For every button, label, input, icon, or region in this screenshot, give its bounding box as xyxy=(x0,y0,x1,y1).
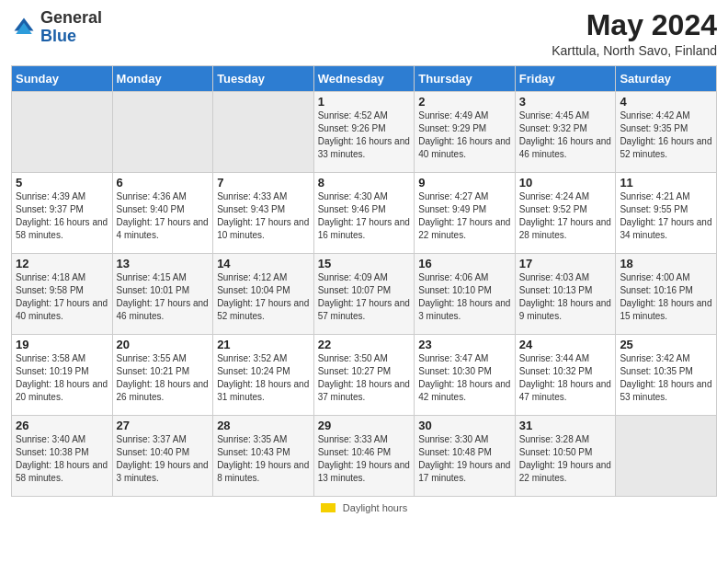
day-number: 15 xyxy=(318,257,411,270)
day-info: Sunrise: 4:36 AM Sunset: 9:40 PM Dayligh… xyxy=(117,190,210,242)
day-info: Sunrise: 3:44 AM Sunset: 10:32 PM Daylig… xyxy=(519,352,612,404)
calendar-cell: 2Sunrise: 4:49 AM Sunset: 9:29 PM Daylig… xyxy=(415,92,516,173)
week-row-0: 1Sunrise: 4:52 AM Sunset: 9:26 PM Daylig… xyxy=(12,92,717,173)
weekday-header-wednesday: Wednesday xyxy=(313,66,415,92)
calendar-cell: 24Sunrise: 3:44 AM Sunset: 10:32 PM Dayl… xyxy=(515,335,616,416)
calendar-cell: 13Sunrise: 4:15 AM Sunset: 10:01 PM Dayl… xyxy=(112,254,213,335)
title-block: May 2024 Karttula, North Savo, Finland xyxy=(552,9,717,58)
day-number: 3 xyxy=(519,95,612,109)
calendar-cell: 3Sunrise: 4:45 AM Sunset: 9:32 PM Daylig… xyxy=(515,92,616,173)
day-number: 26 xyxy=(16,419,108,432)
footer: Daylight hours xyxy=(11,502,717,513)
week-row-3: 19Sunrise: 3:58 AM Sunset: 10:19 PM Dayl… xyxy=(12,335,717,416)
day-info: Sunrise: 3:37 AM Sunset: 10:40 PM Daylig… xyxy=(117,433,210,485)
day-info: Sunrise: 4:30 AM Sunset: 9:46 PM Dayligh… xyxy=(318,190,411,242)
calendar-cell: 18Sunrise: 4:00 AM Sunset: 10:16 PM Dayl… xyxy=(616,254,717,335)
day-info: Sunrise: 4:27 AM Sunset: 9:49 PM Dayligh… xyxy=(418,190,511,242)
calendar-cell: 17Sunrise: 4:03 AM Sunset: 10:13 PM Dayl… xyxy=(515,254,616,335)
day-number: 18 xyxy=(620,257,712,270)
day-number: 22 xyxy=(318,338,411,351)
logo-blue: Blue xyxy=(40,27,76,45)
day-number: 31 xyxy=(519,419,612,432)
week-row-1: 5Sunrise: 4:39 AM Sunset: 9:37 PM Daylig… xyxy=(12,173,717,254)
calendar-cell: 30Sunrise: 3:30 AM Sunset: 10:48 PM Dayl… xyxy=(415,416,516,497)
day-info: Sunrise: 4:24 AM Sunset: 9:52 PM Dayligh… xyxy=(519,190,612,242)
calendar-cell: 9Sunrise: 4:27 AM Sunset: 9:49 PM Daylig… xyxy=(415,173,516,254)
weekday-header-saturday: Saturday xyxy=(616,66,717,92)
day-number: 6 xyxy=(117,176,210,190)
day-info: Sunrise: 3:35 AM Sunset: 10:43 PM Daylig… xyxy=(217,433,310,485)
weekday-header-monday: Monday xyxy=(112,66,213,92)
calendar-cell: 29Sunrise: 3:33 AM Sunset: 10:46 PM Dayl… xyxy=(313,416,415,497)
calendar-cell xyxy=(112,92,213,173)
calendar-cell: 15Sunrise: 4:09 AM Sunset: 10:07 PM Dayl… xyxy=(313,254,415,335)
day-info: Sunrise: 4:15 AM Sunset: 10:01 PM Daylig… xyxy=(117,271,210,323)
day-number: 24 xyxy=(519,338,612,351)
location: Karttula, North Savo, Finland xyxy=(552,43,717,58)
weekday-header-friday: Friday xyxy=(515,66,616,92)
day-number: 9 xyxy=(418,176,511,190)
calendar-cell xyxy=(616,416,717,497)
page: General Blue May 2024 Karttula, North Sa… xyxy=(0,0,728,563)
day-info: Sunrise: 4:49 AM Sunset: 9:29 PM Dayligh… xyxy=(418,109,511,161)
calendar-cell: 25Sunrise: 3:42 AM Sunset: 10:35 PM Dayl… xyxy=(616,335,717,416)
day-info: Sunrise: 3:52 AM Sunset: 10:24 PM Daylig… xyxy=(217,352,310,404)
day-number: 19 xyxy=(16,338,108,351)
weekday-header-sunday: Sunday xyxy=(12,66,113,92)
day-info: Sunrise: 4:18 AM Sunset: 9:58 PM Dayligh… xyxy=(16,271,108,323)
day-number: 10 xyxy=(519,176,612,190)
day-number: 11 xyxy=(620,176,712,190)
day-number: 16 xyxy=(418,257,511,270)
calendar-cell: 6Sunrise: 4:36 AM Sunset: 9:40 PM Daylig… xyxy=(112,173,213,254)
day-info: Sunrise: 3:50 AM Sunset: 10:27 PM Daylig… xyxy=(318,352,411,404)
day-info: Sunrise: 3:58 AM Sunset: 10:19 PM Daylig… xyxy=(16,352,108,404)
calendar-cell: 7Sunrise: 4:33 AM Sunset: 9:43 PM Daylig… xyxy=(213,173,314,254)
calendar-cell: 21Sunrise: 3:52 AM Sunset: 10:24 PM Dayl… xyxy=(213,335,314,416)
weekday-header-row: SundayMondayTuesdayWednesdayThursdayFrid… xyxy=(12,66,717,92)
calendar-cell: 28Sunrise: 3:35 AM Sunset: 10:43 PM Dayl… xyxy=(213,416,314,497)
day-number: 14 xyxy=(217,257,310,270)
logo: General Blue xyxy=(11,9,102,46)
calendar-cell: 23Sunrise: 3:47 AM Sunset: 10:30 PM Dayl… xyxy=(415,335,516,416)
day-number: 23 xyxy=(418,338,511,351)
day-number: 12 xyxy=(16,257,108,270)
day-info: Sunrise: 4:33 AM Sunset: 9:43 PM Dayligh… xyxy=(217,190,310,242)
calendar-cell: 8Sunrise: 4:30 AM Sunset: 9:46 PM Daylig… xyxy=(313,173,415,254)
day-info: Sunrise: 3:30 AM Sunset: 10:48 PM Daylig… xyxy=(418,433,511,485)
week-row-2: 12Sunrise: 4:18 AM Sunset: 9:58 PM Dayli… xyxy=(12,254,717,335)
calendar-cell: 5Sunrise: 4:39 AM Sunset: 9:37 PM Daylig… xyxy=(12,173,113,254)
day-number: 21 xyxy=(217,338,310,351)
weekday-header-tuesday: Tuesday xyxy=(213,66,314,92)
calendar-cell xyxy=(213,92,314,173)
week-row-4: 26Sunrise: 3:40 AM Sunset: 10:38 PM Dayl… xyxy=(12,416,717,497)
calendar-cell: 26Sunrise: 3:40 AM Sunset: 10:38 PM Dayl… xyxy=(12,416,113,497)
day-number: 1 xyxy=(318,95,411,109)
calendar-cell: 22Sunrise: 3:50 AM Sunset: 10:27 PM Dayl… xyxy=(313,335,415,416)
calendar-cell: 1Sunrise: 4:52 AM Sunset: 9:26 PM Daylig… xyxy=(313,92,415,173)
day-info: Sunrise: 3:28 AM Sunset: 10:50 PM Daylig… xyxy=(519,433,612,485)
day-number: 30 xyxy=(418,419,511,432)
month-year: May 2024 xyxy=(552,9,717,41)
day-number: 29 xyxy=(318,419,411,432)
day-number: 13 xyxy=(117,257,210,270)
calendar-cell: 14Sunrise: 4:12 AM Sunset: 10:04 PM Dayl… xyxy=(213,254,314,335)
day-number: 2 xyxy=(418,95,511,109)
day-info: Sunrise: 3:47 AM Sunset: 10:30 PM Daylig… xyxy=(418,352,511,404)
legend-label: Daylight hours xyxy=(343,502,407,513)
calendar-cell: 19Sunrise: 3:58 AM Sunset: 10:19 PM Dayl… xyxy=(12,335,113,416)
calendar-table: SundayMondayTuesdayWednesdayThursdayFrid… xyxy=(11,65,717,497)
logo-general: General xyxy=(40,8,102,27)
day-info: Sunrise: 4:12 AM Sunset: 10:04 PM Daylig… xyxy=(217,271,310,323)
calendar-cell: 4Sunrise: 4:42 AM Sunset: 9:35 PM Daylig… xyxy=(616,92,717,173)
day-number: 28 xyxy=(217,419,310,432)
day-info: Sunrise: 4:42 AM Sunset: 9:35 PM Dayligh… xyxy=(620,109,712,161)
day-info: Sunrise: 4:03 AM Sunset: 10:13 PM Daylig… xyxy=(519,271,612,323)
day-info: Sunrise: 4:09 AM Sunset: 10:07 PM Daylig… xyxy=(318,271,411,323)
calendar-cell: 20Sunrise: 3:55 AM Sunset: 10:21 PM Dayl… xyxy=(112,335,213,416)
calendar-cell: 12Sunrise: 4:18 AM Sunset: 9:58 PM Dayli… xyxy=(12,254,113,335)
day-info: Sunrise: 3:33 AM Sunset: 10:46 PM Daylig… xyxy=(318,433,411,485)
day-info: Sunrise: 3:55 AM Sunset: 10:21 PM Daylig… xyxy=(117,352,210,404)
day-info: Sunrise: 4:06 AM Sunset: 10:10 PM Daylig… xyxy=(418,271,511,323)
calendar-cell: 10Sunrise: 4:24 AM Sunset: 9:52 PM Dayli… xyxy=(515,173,616,254)
day-number: 17 xyxy=(519,257,612,270)
